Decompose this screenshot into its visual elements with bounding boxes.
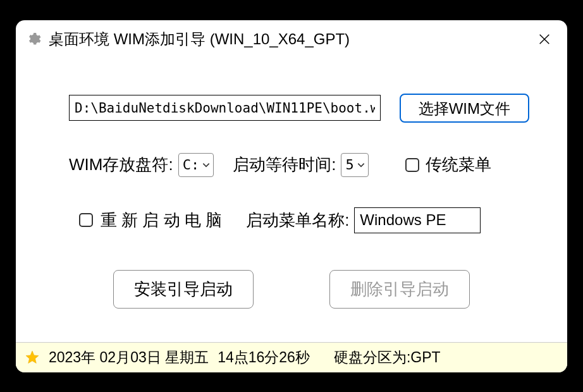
action-buttons-row: 安装引导启动 删除引导启动 — [54, 270, 529, 309]
restart-checkbox[interactable] — [79, 213, 93, 227]
select-wim-button[interactable]: 选择WIM文件 — [400, 94, 529, 123]
legacy-menu-group: 传统菜单 — [405, 154, 491, 176]
wait-label: 启动等待时间: — [233, 154, 336, 176]
drive-select[interactable]: C: — [178, 153, 214, 177]
chevron-down-icon — [202, 157, 211, 173]
wim-path-row: 选择WIM文件 — [54, 94, 529, 123]
titlebar: 桌面环境 WIM添加引导 (WIN_10_X64_GPT) — [16, 20, 567, 56]
wait-select[interactable]: 5 — [341, 153, 368, 177]
app-window: 桌面环境 WIM添加引导 (WIN_10_X64_GPT) 选择WIM文件 WI… — [16, 20, 567, 372]
legacy-menu-label: 传统菜单 — [426, 154, 491, 176]
window-title: 桌面环境 WIM添加引导 (WIN_10_X64_GPT) — [49, 29, 527, 49]
menu-name-input[interactable] — [354, 207, 481, 233]
gear-icon — [26, 32, 41, 47]
status-disk: 硬盘分区为:GPT — [334, 348, 441, 367]
drive-value: C: — [183, 157, 200, 173]
options-row: WIM存放盘符: C: 启动等待时间: 5 传统菜单 — [54, 153, 529, 177]
close-button[interactable] — [534, 29, 555, 49]
restart-row: 重 新 启 动 电 脑 启动菜单名称: — [54, 207, 529, 233]
star-icon — [25, 350, 40, 365]
close-icon — [537, 32, 551, 46]
statusbar: 2023年 02月03日 星期五 14点16分26秒 硬盘分区为:GPT — [16, 342, 567, 372]
chevron-down-icon — [357, 157, 365, 173]
menu-name-label: 启动菜单名称: — [246, 209, 349, 231]
restart-label: 重 新 启 动 电 脑 — [101, 209, 222, 231]
wim-path-input[interactable] — [69, 95, 381, 121]
legacy-menu-checkbox[interactable] — [405, 158, 419, 172]
install-boot-button[interactable]: 安装引导启动 — [113, 270, 254, 309]
wait-value: 5 — [345, 157, 353, 173]
content-area: 选择WIM文件 WIM存放盘符: C: 启动等待时间: 5 传统菜单 — [16, 56, 567, 342]
status-date: 2023年 02月03日 星期五 — [49, 348, 209, 367]
drive-label: WIM存放盘符: — [69, 154, 173, 176]
delete-boot-button[interactable]: 删除引导启动 — [329, 270, 470, 309]
status-time: 14点16分26秒 — [218, 348, 310, 367]
